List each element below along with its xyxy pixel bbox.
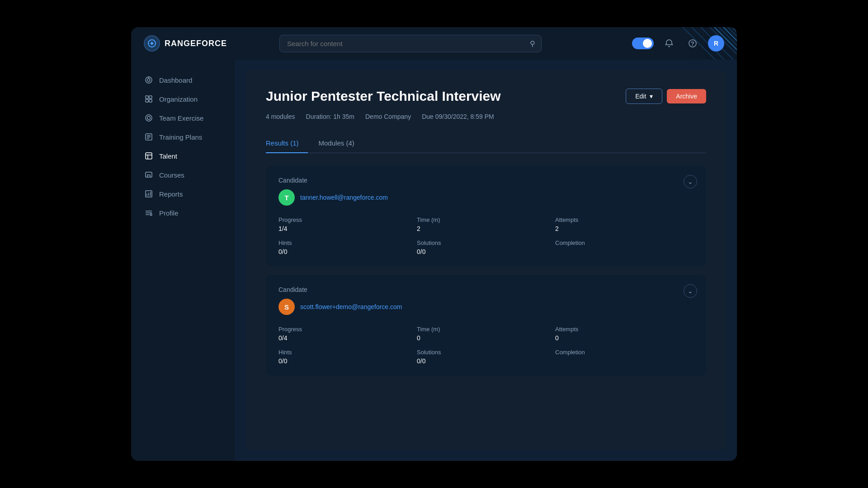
page-header-buttons: Edit ▾ Archive	[626, 89, 706, 104]
candidate-1-hints: Hints 0/0	[278, 239, 417, 255]
sidebar-item-training-plans[interactable]: Training Plans	[131, 127, 235, 146]
candidate-2-hints: Hints 0/0	[278, 349, 417, 365]
duration: Duration: 1h 35m	[306, 113, 354, 120]
c2-time-value: 0	[417, 334, 555, 342]
sidebar-item-organization-label: Organization	[159, 95, 198, 103]
candidate-1-expand-button[interactable]: ⌄	[684, 175, 697, 188]
candidate-1-email[interactable]: tanner.howell@rangeforce.com	[300, 194, 388, 201]
candidate-1-identity: T tanner.howell@rangeforce.com	[278, 189, 693, 206]
svg-text:?: ?	[691, 41, 694, 47]
due-date: Due 09/30/2022, 8:59 PM	[422, 113, 494, 120]
sidebar-item-dashboard[interactable]: Dashboard	[131, 70, 235, 89]
candidate-2-identity: S scott.flower+demo@rangeforce.com	[278, 299, 693, 315]
c2-progress-label: Progress	[278, 326, 417, 333]
c2-progress-value: 0/4	[278, 334, 417, 342]
search-icon: ⚲	[530, 39, 535, 48]
svg-rect-65	[149, 99, 152, 102]
archive-button[interactable]: Archive	[667, 89, 706, 103]
hints-value: 0/0	[278, 248, 417, 255]
progress-value: 1/4	[278, 225, 417, 232]
c2-attempts-label: Attempts	[555, 326, 693, 333]
progress-label: Progress	[278, 216, 417, 223]
sidebar-item-team-exercise[interactable]: Team Exercise	[131, 108, 235, 127]
c2-completion-label: Completion	[555, 349, 693, 356]
sidebar-item-courses-label: Courses	[159, 171, 184, 179]
profile-icon	[144, 209, 154, 217]
svg-point-60	[147, 79, 150, 81]
company: Demo Company	[365, 113, 411, 120]
training-plans-icon	[144, 133, 154, 141]
notifications-button[interactable]	[661, 35, 677, 52]
attempts-value: 2	[555, 225, 693, 232]
sidebar-item-dashboard-label: Dashboard	[159, 76, 192, 84]
search-bar: ⚲	[279, 35, 542, 52]
solutions-value: 0/0	[417, 248, 555, 255]
candidate-2-solutions: Solutions 0/0	[417, 349, 555, 365]
candidate-card-1: Candidate T tanner.howell@rangeforce.com…	[266, 166, 706, 266]
attempts-label: Attempts	[555, 216, 693, 223]
c2-solutions-label: Solutions	[417, 349, 555, 356]
logo-text: RANGEFORCE	[165, 39, 227, 48]
sidebar-item-reports-label: Reports	[159, 190, 183, 198]
candidate-1-attempts: Attempts 2	[555, 216, 693, 232]
team-exercise-icon	[144, 114, 154, 122]
tabs: Results (1) Modules (4)	[266, 135, 706, 153]
logo: RANGEFORCE	[144, 35, 234, 52]
tab-results[interactable]: Results (1)	[266, 135, 308, 153]
c2-hints-value: 0/0	[278, 357, 417, 365]
svg-rect-64	[146, 99, 148, 102]
chevron-down-icon: ▾	[650, 93, 653, 100]
svg-rect-62	[146, 96, 148, 99]
candidate-2-attempts: Attempts 0	[555, 326, 693, 342]
tab-modules-count: (4)	[346, 139, 354, 147]
sidebar: Dashboard Organization	[131, 60, 235, 461]
sidebar-item-organization[interactable]: Organization	[131, 89, 235, 108]
svg-point-66	[146, 115, 152, 121]
candidate-1-time: Time (m) 2	[417, 216, 555, 232]
candidate-2-expand-button[interactable]: ⌄	[684, 284, 697, 298]
tab-modules-label: Modules	[319, 139, 346, 147]
svg-rect-63	[149, 96, 152, 99]
candidate-2-email[interactable]: scott.flower+demo@rangeforce.com	[300, 303, 402, 310]
sidebar-item-profile[interactable]: Profile	[131, 203, 235, 222]
organization-icon	[144, 95, 154, 103]
modules-count: 4 modules	[266, 113, 295, 120]
candidate-1-progress: Progress 1/4	[278, 216, 417, 232]
hints-label: Hints	[278, 239, 417, 246]
tab-modules[interactable]: Modules (4)	[319, 135, 363, 153]
solutions-label: Solutions	[417, 239, 555, 246]
candidate-2-label: Candidate	[278, 286, 693, 293]
meta-info: 4 modules Duration: 1h 35m Demo Company …	[266, 113, 706, 120]
time-label: Time (m)	[417, 216, 555, 223]
c2-time-label: Time (m)	[417, 326, 555, 333]
sidebar-item-team-exercise-label: Team Exercise	[159, 114, 203, 122]
candidate-1-label: Candidate	[278, 177, 693, 184]
user-avatar[interactable]: R	[708, 35, 724, 52]
dashboard-icon	[144, 76, 154, 84]
candidate-1-avatar: T	[278, 189, 295, 206]
candidate-2-avatar: S	[278, 299, 295, 315]
svg-point-67	[147, 117, 151, 120]
candidate-1-solutions: Solutions 0/0	[417, 239, 555, 255]
svg-rect-72	[146, 153, 152, 159]
c2-solutions-value: 0/0	[417, 357, 555, 365]
search-input[interactable]	[279, 35, 542, 52]
time-value: 2	[417, 225, 555, 232]
theme-toggle[interactable]	[632, 38, 654, 49]
candidate-2-stats: Progress 0/4 Time (m) 0 Attempts 0 Hin	[278, 326, 693, 365]
logo-icon	[144, 35, 160, 52]
c2-hints-label: Hints	[278, 349, 417, 356]
sidebar-item-reports[interactable]: Reports	[131, 184, 235, 203]
candidate-2-time: Time (m) 0	[417, 326, 555, 342]
edit-button[interactable]: Edit ▾	[626, 89, 662, 104]
page-title: Junior Pentester Technical Interview	[266, 89, 501, 104]
sidebar-item-talent[interactable]: Talent	[131, 146, 235, 165]
help-button[interactable]: ?	[684, 35, 701, 52]
c2-attempts-value: 0	[555, 334, 693, 342]
sidebar-item-courses[interactable]: Courses	[131, 165, 235, 184]
tab-results-label: Results	[266, 139, 290, 147]
content-area: Junior Pentester Technical Interview Edi…	[235, 60, 737, 461]
completion-label: Completion	[555, 239, 693, 246]
talent-icon	[144, 152, 154, 160]
svg-point-82	[150, 214, 152, 216]
